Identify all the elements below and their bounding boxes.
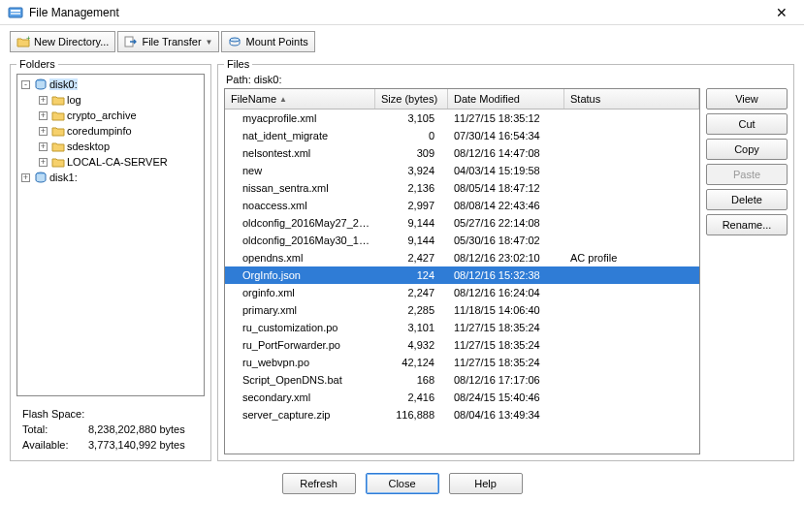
cell-date: 07/30/14 16:54:34 — [448, 130, 564, 141]
table-row[interactable]: new3,92404/03/14 15:19:58 — [225, 162, 699, 179]
table-row[interactable]: nat_ident_migrate007/30/14 16:54:34 — [225, 127, 699, 144]
table-row[interactable]: oldconfig_2016May27_22...9,14405/27/16 2… — [225, 214, 699, 232]
mount-points-button[interactable]: Mount Points — [221, 31, 314, 52]
path-row: Path: disk0: — [224, 74, 788, 88]
cell-date: 11/27/15 18:35:24 — [448, 322, 564, 333]
cell-date: 08/12/16 14:47:08 — [448, 147, 564, 159]
cell-date: 08/24/15 15:40:46 — [448, 391, 564, 403]
table-row[interactable]: primary.xml2,28511/18/15 14:06:40 — [225, 301, 699, 319]
refresh-button[interactable]: Refresh — [282, 473, 356, 494]
cell-name: ru_customization.po — [225, 322, 375, 333]
files-panel: Files Path: disk0: FileName ▲ Size (byte… — [217, 58, 794, 461]
flash-space-info: Flash Space: Total: 8,238,202,880 bytes … — [16, 404, 205, 454]
table-row[interactable]: ru_PortForwarder.po4,93211/27/15 18:35:2… — [225, 336, 699, 354]
tree-item-label: coredumpinfo — [67, 125, 132, 137]
cell-date: 04/03/14 15:19:58 — [448, 165, 564, 176]
tree-item[interactable]: +LOCAL-CA-SERVER — [19, 154, 202, 170]
cell-date: 11/27/15 18:35:24 — [448, 357, 564, 368]
table-row[interactable]: ru_webvpn.po42,12411/27/15 18:35:24 — [225, 354, 699, 371]
copy-button[interactable]: Copy — [706, 139, 788, 160]
tree-item-label: sdesktop — [67, 141, 110, 152]
cell-date: 05/30/16 18:47:02 — [448, 235, 564, 246]
table-row[interactable]: nelsontest.xml30908/12/16 14:47:08 — [225, 144, 699, 162]
tree-item-label: LOCAL-CA-SERVER — [67, 156, 168, 168]
tree-item[interactable]: +log — [19, 92, 202, 108]
col-filename[interactable]: FileName ▲ — [225, 89, 375, 109]
cell-size: 2,427 — [375, 252, 448, 264]
disk-icon — [34, 171, 48, 184]
cell-date: 08/04/16 13:49:34 — [448, 409, 564, 421]
expand-icon[interactable]: + — [39, 111, 48, 120]
cell-name: OrgInfo.json — [225, 269, 375, 281]
tree-item[interactable]: +sdesktop — [19, 139, 202, 154]
cell-size: 9,144 — [375, 217, 448, 229]
cell-size: 2,997 — [375, 200, 448, 211]
sort-asc-icon: ▲ — [279, 95, 287, 104]
toolbar: + New Directory... File Transfer ▼ Mount… — [0, 25, 804, 58]
close-icon[interactable]: ✕ — [767, 3, 796, 22]
expand-icon[interactable]: + — [39, 158, 48, 167]
table-row[interactable]: ru_customization.po3,10111/27/15 18:35:2… — [225, 319, 699, 336]
table-row[interactable]: oldconfig_2016May30_18...9,14405/30/16 1… — [225, 232, 699, 249]
folder-icon — [51, 93, 65, 107]
cell-size: 2,136 — [375, 182, 448, 194]
file-transfer-button[interactable]: File Transfer ▼ — [117, 31, 219, 52]
table-row[interactable]: OrgInfo.json12408/12/16 15:32:38 — [225, 266, 699, 284]
new-directory-label: New Directory... — [34, 36, 109, 47]
cell-date: 05/27/16 22:14:08 — [448, 217, 564, 229]
flash-space-title: Flash Space: — [22, 406, 199, 422]
table-row[interactable]: orginfo.xml2,24708/12/16 16:24:04 — [225, 284, 699, 301]
cell-date: 08/08/14 22:43:46 — [448, 200, 564, 211]
expand-icon[interactable]: + — [21, 173, 30, 182]
main-area: Folders -disk0:+log+crypto_archive+cored… — [0, 58, 804, 461]
view-button[interactable]: View — [706, 88, 788, 110]
table-row[interactable]: opendns.xml2,42708/12/16 23:02:10AC prof… — [225, 249, 699, 266]
files-legend: Files — [224, 58, 252, 70]
collapse-icon[interactable]: - — [21, 80, 30, 89]
table-row[interactable]: myacprofile.xml3,10511/27/15 18:35:12 — [225, 110, 699, 127]
col-size[interactable]: Size (bytes) — [375, 89, 448, 109]
cell-date: 08/12/16 17:17:06 — [448, 374, 564, 386]
cell-date: 08/05/14 18:47:12 — [448, 182, 564, 194]
expand-icon[interactable]: + — [39, 127, 48, 136]
tree-item[interactable]: +coredumpinfo — [19, 123, 202, 139]
cell-date: 08/12/16 16:24:04 — [448, 287, 564, 298]
cell-name: opendns.xml — [225, 252, 375, 264]
mount-icon — [228, 35, 241, 48]
paste-button[interactable]: Paste — [706, 164, 788, 185]
folder-tree[interactable]: -disk0:+log+crypto_archive+coredumpinfo+… — [16, 74, 205, 396]
col-status[interactable]: Status — [564, 89, 699, 109]
expand-icon[interactable]: + — [39, 96, 48, 105]
cell-name: secondary.xml — [225, 391, 375, 403]
cell-date: 11/27/15 18:35:24 — [448, 339, 564, 351]
close-button[interactable]: Close — [366, 473, 439, 494]
col-date[interactable]: Date Modified — [448, 89, 564, 109]
tree-item[interactable]: -disk0: — [19, 77, 202, 92]
cut-button[interactable]: Cut — [706, 113, 788, 135]
delete-button[interactable]: Delete — [706, 189, 788, 210]
table-row[interactable]: secondary.xml2,41608/24/15 15:40:46 — [225, 389, 699, 406]
folders-legend: Folders — [16, 58, 58, 70]
table-row[interactable]: server_capture.zip116,88808/04/16 13:49:… — [225, 406, 699, 423]
new-folder-icon: + — [16, 35, 30, 48]
table-header: FileName ▲ Size (bytes) Date Modified St… — [225, 89, 699, 110]
svg-point-5 — [230, 38, 240, 42]
flash-avail-value: 3,773,140,992 bytes — [88, 437, 185, 453]
table-row[interactable]: noaccess.xml2,99708/08/14 22:43:46 — [225, 197, 699, 214]
cell-name: primary.xml — [225, 304, 375, 316]
cell-name: myacprofile.xml — [225, 112, 375, 124]
window-title: File Management — [29, 6, 119, 19]
folders-panel: Folders -disk0:+log+crypto_archive+cored… — [10, 58, 211, 461]
tree-item[interactable]: +disk1: — [19, 170, 202, 185]
table-row[interactable]: Script_OpenDNS.bat16808/12/16 17:17:06 — [225, 371, 699, 389]
help-button[interactable]: Help — [449, 473, 523, 494]
flash-total-label: Total: — [22, 422, 77, 437]
tree-item-label: log — [67, 94, 81, 106]
expand-icon[interactable]: + — [39, 142, 48, 151]
new-directory-button[interactable]: + New Directory... — [10, 31, 115, 52]
rename-button[interactable]: Rename... — [706, 214, 788, 235]
table-body[interactable]: myacprofile.xml3,10511/27/15 18:35:12nat… — [225, 110, 699, 454]
tree-item[interactable]: +crypto_archive — [19, 108, 202, 123]
table-row[interactable]: nissan_sentra.xml2,13608/05/14 18:47:12 — [225, 179, 699, 197]
transfer-icon — [124, 35, 138, 48]
